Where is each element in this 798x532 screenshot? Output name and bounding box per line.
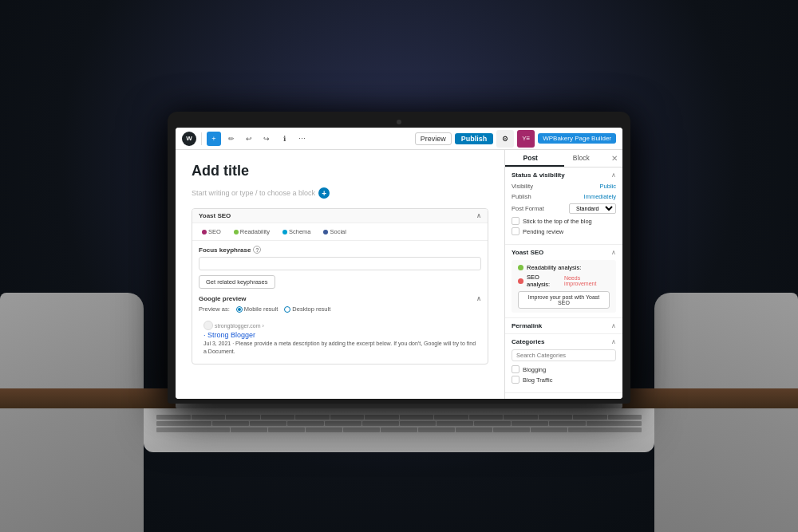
key: [192, 415, 226, 420]
category-blog-traffic-row: Blog Traffic: [512, 376, 616, 384]
status-collapse-icon: ∧: [611, 171, 616, 179]
key: [156, 421, 211, 426]
content-placeholder: Start writing or type / to choose a bloc…: [192, 187, 488, 199]
keyboard-row-1: [156, 415, 642, 420]
keyphrase-input[interactable]: [199, 257, 481, 270]
key: [456, 428, 492, 432]
google-preview-card: strongblogger.com › · Strong Blogger Jul…: [199, 317, 481, 359]
wp-main-area: Add title Start writing or type / to cho…: [176, 150, 622, 399]
categories-search-input[interactable]: [512, 349, 616, 361]
improve-yoast-button[interactable]: Improve your post with Yoast SEO: [518, 291, 610, 309]
permalink-collapse-icon: ∧: [611, 322, 616, 329]
seo-status-dot: [518, 278, 523, 284]
publish-value[interactable]: Immediately: [584, 193, 616, 200]
gp-url: strongblogger.com ›: [203, 321, 476, 330]
sidebar-tab-bar: Post Block ✕: [505, 150, 622, 167]
category-blogging-row: Blogging: [512, 365, 616, 373]
laptop-screen-bezel: W + ✏ ↩ ↪ ℹ ⋯ Preview Publish ⚙: [168, 112, 630, 404]
add-block-toolbar-icon[interactable]: +: [207, 132, 221, 146]
key: [469, 415, 504, 420]
key: [325, 421, 361, 426]
yoast-button[interactable]: Y≡: [517, 130, 535, 148]
fabric-left: [0, 293, 144, 532]
yoast-sidebar-collapse: ∧: [611, 249, 616, 256]
key: [418, 428, 455, 432]
sidebar-close-button[interactable]: ✕: [606, 150, 622, 167]
laptop-camera: [397, 120, 401, 124]
key: [531, 428, 567, 432]
wp-toolbar: W + ✏ ↩ ↪ ℹ ⋯ Preview Publish ⚙: [176, 128, 622, 150]
status-section-header[interactable]: Status & visibility ∧: [505, 167, 622, 183]
yoast-tab-seo[interactable]: SEO: [199, 227, 224, 237]
key: [493, 428, 530, 432]
publish-button[interactable]: Publish: [455, 133, 494, 144]
laptop-base-body: [144, 408, 654, 452]
mobile-result-option[interactable]: Mobile result: [236, 305, 279, 313]
key: [287, 421, 324, 426]
yoast-tab-readability[interactable]: Readability: [231, 227, 273, 237]
yoast-seo-panel: Yoast SEO ∧ SEO Readability: [192, 208, 488, 365]
key: [568, 428, 642, 432]
undo-icon[interactable]: ↩: [242, 132, 256, 146]
permalink-header[interactable]: Permalink ∧: [505, 318, 622, 333]
yoast-sidebar-header[interactable]: Yoast SEO ∧: [505, 245, 622, 260]
blog-traffic-checkbox[interactable]: [512, 376, 519, 384]
mobile-radio: [236, 306, 243, 313]
sticky-checkbox[interactable]: [512, 217, 519, 225]
keyboard-row-3: [156, 428, 642, 432]
key: [549, 421, 586, 426]
related-keyphrases-button[interactable]: Get related keyphrases: [199, 275, 275, 289]
info-icon[interactable]: ℹ: [277, 132, 291, 146]
wpbakery-button[interactable]: WPBakery Page Builder: [538, 133, 616, 144]
editor-content-area[interactable]: Add title Start writing or type / to cho…: [176, 150, 504, 399]
blogging-checkbox[interactable]: [512, 365, 519, 373]
tab-block[interactable]: Block: [556, 150, 607, 167]
gp-description: Jul 3, 2021 · Please provide a meta desc…: [203, 340, 476, 356]
yoast-tab-social[interactable]: Social: [320, 227, 349, 237]
permalink-section: Permalink ∧: [505, 318, 622, 334]
desktop-result-option[interactable]: Desktop result: [284, 305, 330, 313]
categories-header[interactable]: Categories ∧: [505, 334, 622, 349]
social-dot: [323, 230, 328, 234]
readability-analysis-row: Readability analysis:: [518, 264, 610, 271]
sticky-checkbox-row: Stick to the top of the blog: [512, 217, 616, 225]
settings-button[interactable]: ⚙: [496, 130, 514, 148]
visibility-value[interactable]: Public: [600, 183, 616, 190]
key: [268, 428, 305, 432]
readability-dot: [234, 230, 239, 234]
edit-icon[interactable]: ✏: [224, 132, 239, 146]
laptop-screen: W + ✏ ↩ ↪ ℹ ⋯ Preview Publish ⚙: [176, 128, 622, 399]
preview-button[interactable]: Preview: [415, 132, 452, 145]
key: [437, 421, 473, 426]
add-block-inline-button[interactable]: +: [318, 187, 330, 199]
tab-post[interactable]: Post: [505, 150, 556, 167]
yoast-sidebar-body: Readability analysis: SEO analysis: Need…: [512, 260, 616, 313]
keyphrase-label: Focus keyphrase ?: [199, 246, 481, 254]
laptop: W + ✏ ↩ ↪ ℹ ⋯ Preview Publish ⚙: [128, 112, 670, 452]
google-preview-header[interactable]: Google preview ∧: [199, 295, 481, 302]
key: [250, 421, 286, 426]
pending-checkbox[interactable]: [512, 227, 519, 235]
key: [226, 415, 260, 420]
yoast-collapse-icon: ∧: [476, 212, 481, 219]
key: [261, 415, 295, 420]
categories-collapse-icon: ∧: [611, 338, 616, 345]
redo-icon[interactable]: ↪: [259, 132, 274, 146]
key: [587, 421, 642, 426]
key: [539, 415, 573, 420]
fabric-right: [654, 293, 798, 532]
visibility-row: Visibility Public: [512, 183, 616, 190]
yoast-tab-schema[interactable]: Schema: [279, 227, 314, 237]
gp-favicon: [203, 321, 213, 330]
key: [330, 415, 365, 420]
keyphrase-help-icon[interactable]: ?: [253, 246, 261, 254]
yoast-panel-header[interactable]: Yoast SEO ∧: [192, 209, 488, 223]
wp-logo-icon[interactable]: W: [182, 132, 196, 146]
post-title-input[interactable]: Add title: [192, 163, 488, 179]
key: [156, 415, 191, 420]
format-select[interactable]: Standard: [569, 203, 616, 214]
status-section-body: Visibility Public Publish Immediately Po…: [505, 183, 622, 244]
key: [474, 421, 511, 426]
status-visibility-section: Status & visibility ∧ Visibility Public …: [505, 167, 622, 245]
more-icon[interactable]: ⋯: [294, 132, 309, 146]
